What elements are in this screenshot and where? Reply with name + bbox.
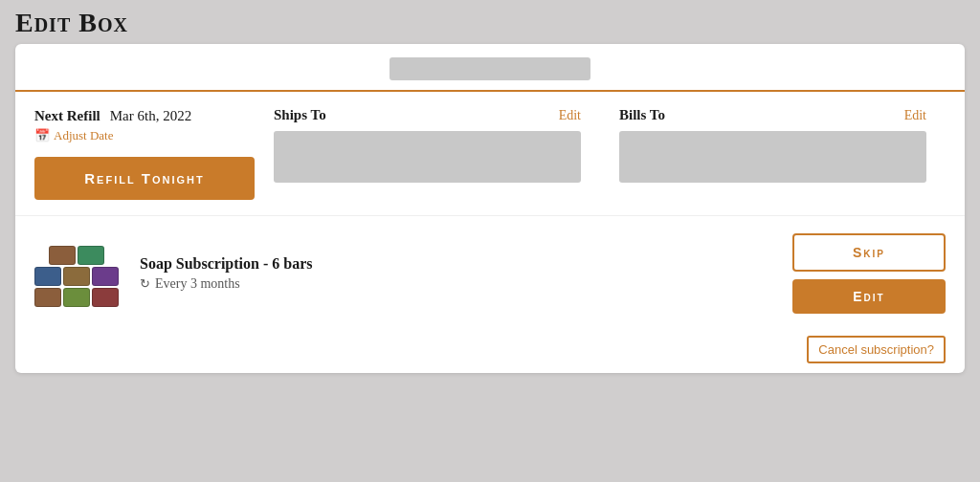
ships-bills-section: Ships To Edit Bills To Edit <box>255 107 946 183</box>
bills-to-header: Bills To Edit <box>619 107 926 123</box>
ships-to-label: Ships To <box>274 107 326 123</box>
page-title: Edit Box <box>15 8 965 38</box>
calendar-icon: 📅 <box>34 128 50 143</box>
refill-tonight-button[interactable]: Refill Tonight <box>34 157 255 200</box>
ships-to-section: Ships To Edit <box>255 107 600 183</box>
action-buttons: Skip Edit <box>792 233 946 314</box>
page-header: Edit Box <box>0 0 980 44</box>
bottom-section: Cancel subscription? <box>15 331 965 373</box>
soap-image <box>34 240 121 307</box>
ships-to-edit-link[interactable]: Edit <box>559 108 581 123</box>
soap-bar <box>34 267 61 286</box>
refill-section: Next Refill Mar 6th, 2022 📅 Adjust Date … <box>15 92 965 216</box>
bills-to-edit-link[interactable]: Edit <box>904 108 926 123</box>
edit-box-card: Next Refill Mar 6th, 2022 📅 Adjust Date … <box>15 44 965 373</box>
top-bar-placeholder <box>390 57 590 80</box>
soap-frequency: Every 3 months <box>155 276 240 292</box>
card-top-bar <box>15 44 965 92</box>
adjust-date-label: Adjust Date <box>54 128 113 143</box>
next-refill-row: Next Refill Mar 6th, 2022 <box>34 107 255 124</box>
soap-stack <box>34 242 121 307</box>
bills-to-address-placeholder <box>619 131 926 183</box>
adjust-date-link[interactable]: 📅 Adjust Date <box>34 128 255 143</box>
soap-bar <box>49 246 76 265</box>
bills-to-section: Bills To Edit <box>600 107 946 183</box>
skip-button[interactable]: Skip <box>792 233 946 272</box>
next-refill-label: Next Refill <box>34 108 100 123</box>
subscription-section: Soap Subscription - 6 bars ↻ Every 3 mon… <box>15 216 965 331</box>
soap-bar <box>92 267 119 286</box>
soap-info: Soap Subscription - 6 bars ↻ Every 3 mon… <box>140 255 773 292</box>
soap-bar <box>78 246 104 265</box>
soap-name: Soap Subscription - 6 bars <box>140 255 773 273</box>
next-refill-date: Mar 6th, 2022 <box>110 108 191 123</box>
soap-bar <box>63 267 90 286</box>
ships-to-address-placeholder <box>274 131 581 183</box>
soap-bar <box>63 288 90 307</box>
edit-subscription-button[interactable]: Edit <box>792 279 946 314</box>
ships-to-header: Ships To Edit <box>274 107 581 123</box>
refresh-icon: ↻ <box>140 276 150 292</box>
bills-to-label: Bills To <box>619 107 665 123</box>
soap-frequency-row: ↻ Every 3 months <box>140 276 773 292</box>
refill-left: Next Refill Mar 6th, 2022 📅 Adjust Date … <box>34 107 255 200</box>
soap-bar <box>34 288 61 307</box>
soap-bar <box>92 288 119 307</box>
cancel-subscription-button[interactable]: Cancel subscription? <box>807 336 946 363</box>
